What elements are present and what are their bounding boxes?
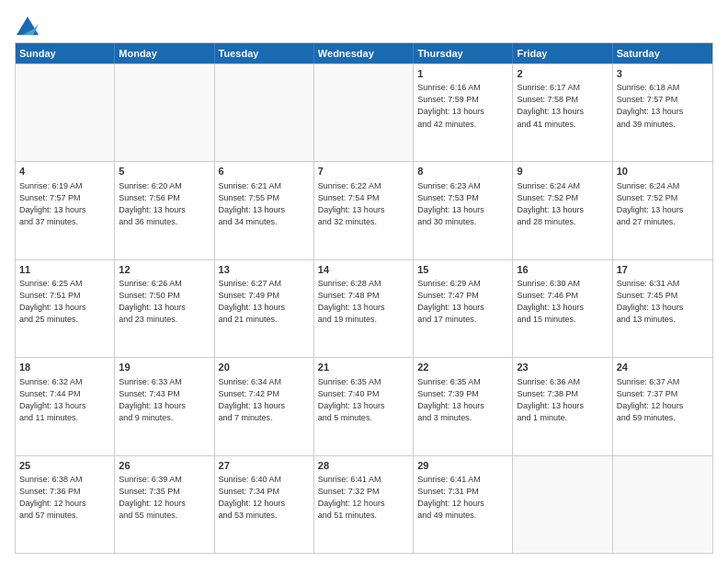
calendar-cell: 16Sunrise: 6:30 AMSunset: 7:46 PMDayligh… [513, 260, 612, 357]
day-info: Sunrise: 6:22 AMSunset: 7:54 PMDaylight:… [318, 180, 409, 228]
calendar-cell [513, 456, 612, 553]
calendar-cell [16, 64, 115, 161]
header [15, 15, 713, 35]
day-info: Sunrise: 6:26 AMSunset: 7:50 PMDaylight:… [119, 278, 210, 326]
day-number: 29 [417, 459, 508, 473]
day-info: Sunrise: 6:35 AMSunset: 7:39 PMDaylight:… [417, 376, 508, 424]
day-info: Sunrise: 6:19 AMSunset: 7:57 PMDaylight:… [19, 180, 110, 228]
day-number: 22 [417, 361, 508, 374]
day-info: Sunrise: 6:25 AMSunset: 7:51 PMDaylight:… [19, 278, 110, 326]
calendar-cell: 25Sunrise: 6:38 AMSunset: 7:36 PMDayligh… [16, 456, 115, 553]
day-number: 3 [617, 67, 709, 81]
calendar-cell: 5Sunrise: 6:20 AMSunset: 7:56 PMDaylight… [115, 162, 214, 259]
day-number: 18 [19, 361, 110, 374]
calendar-row: 1Sunrise: 6:16 AMSunset: 7:59 PMDaylight… [16, 63, 712, 161]
day-number: 16 [517, 263, 608, 277]
calendar-cell: 4Sunrise: 6:19 AMSunset: 7:57 PMDaylight… [16, 162, 115, 259]
calendar-cell [115, 64, 214, 161]
day-info: Sunrise: 6:32 AMSunset: 7:44 PMDaylight:… [19, 376, 110, 424]
day-number: 17 [617, 263, 709, 277]
day-info: Sunrise: 6:33 AMSunset: 7:43 PMDaylight:… [119, 376, 210, 424]
day-info: Sunrise: 6:18 AMSunset: 7:57 PMDaylight:… [617, 82, 709, 130]
calendar-cell: 13Sunrise: 6:27 AMSunset: 7:49 PMDayligh… [215, 260, 314, 357]
calendar-cell [215, 64, 314, 161]
day-info: Sunrise: 6:38 AMSunset: 7:36 PMDaylight:… [19, 474, 110, 522]
day-number: 12 [119, 263, 210, 277]
calendar-cell: 2Sunrise: 6:17 AMSunset: 7:58 PMDaylight… [513, 64, 612, 161]
calendar-cell: 26Sunrise: 6:39 AMSunset: 7:35 PMDayligh… [115, 456, 214, 553]
calendar-header-cell: Tuesday [215, 43, 314, 63]
calendar-cell: 27Sunrise: 6:40 AMSunset: 7:34 PMDayligh… [215, 456, 314, 553]
day-number: 24 [617, 361, 709, 374]
day-number: 27 [219, 459, 310, 473]
calendar-cell: 1Sunrise: 6:16 AMSunset: 7:59 PMDaylight… [414, 64, 513, 161]
calendar-cell [314, 64, 414, 161]
day-number: 11 [19, 263, 110, 277]
day-number: 4 [19, 165, 110, 178]
calendar-cell: 20Sunrise: 6:34 AMSunset: 7:42 PMDayligh… [215, 358, 314, 454]
day-number: 25 [19, 459, 110, 473]
day-number: 8 [417, 165, 508, 178]
calendar-cell: 24Sunrise: 6:37 AMSunset: 7:37 PMDayligh… [613, 358, 712, 454]
calendar-cell: 29Sunrise: 6:41 AMSunset: 7:31 PMDayligh… [414, 456, 513, 553]
day-number: 10 [617, 165, 709, 178]
calendar-cell: 10Sunrise: 6:24 AMSunset: 7:52 PMDayligh… [613, 162, 712, 259]
day-info: Sunrise: 6:34 AMSunset: 7:42 PMDaylight:… [219, 376, 310, 424]
calendar-cell: 7Sunrise: 6:22 AMSunset: 7:54 PMDaylight… [314, 162, 414, 259]
day-info: Sunrise: 6:21 AMSunset: 7:55 PMDaylight:… [219, 180, 310, 228]
calendar-cell: 14Sunrise: 6:28 AMSunset: 7:48 PMDayligh… [314, 260, 414, 357]
day-number: 23 [517, 361, 608, 374]
calendar-cell: 8Sunrise: 6:23 AMSunset: 7:53 PMDaylight… [414, 162, 513, 259]
calendar-row: 25Sunrise: 6:38 AMSunset: 7:36 PMDayligh… [16, 455, 712, 553]
calendar-cell [613, 456, 712, 553]
calendar-cell: 11Sunrise: 6:25 AMSunset: 7:51 PMDayligh… [16, 260, 115, 357]
day-info: Sunrise: 6:28 AMSunset: 7:48 PMDaylight:… [318, 278, 409, 326]
day-info: Sunrise: 6:24 AMSunset: 7:52 PMDaylight:… [517, 180, 608, 228]
calendar-row: 11Sunrise: 6:25 AMSunset: 7:51 PMDayligh… [16, 259, 712, 357]
day-info: Sunrise: 6:37 AMSunset: 7:37 PMDaylight:… [617, 376, 709, 424]
day-number: 26 [119, 459, 210, 473]
day-number: 7 [318, 165, 409, 178]
calendar-cell: 19Sunrise: 6:33 AMSunset: 7:43 PMDayligh… [115, 358, 214, 454]
day-number: 21 [318, 361, 409, 374]
calendar-header-cell: Thursday [414, 43, 513, 63]
calendar-cell: 9Sunrise: 6:24 AMSunset: 7:52 PMDaylight… [513, 162, 612, 259]
day-info: Sunrise: 6:39 AMSunset: 7:35 PMDaylight:… [119, 474, 210, 522]
day-number: 5 [119, 165, 210, 178]
day-info: Sunrise: 6:30 AMSunset: 7:46 PMDaylight:… [517, 278, 608, 326]
logo [15, 18, 39, 35]
day-number: 6 [219, 165, 310, 178]
day-number: 19 [119, 361, 210, 374]
calendar-cell: 21Sunrise: 6:35 AMSunset: 7:40 PMDayligh… [314, 358, 414, 454]
day-info: Sunrise: 6:36 AMSunset: 7:38 PMDaylight:… [517, 376, 608, 424]
day-info: Sunrise: 6:40 AMSunset: 7:34 PMDaylight:… [219, 474, 310, 522]
calendar-cell: 28Sunrise: 6:41 AMSunset: 7:32 PMDayligh… [314, 456, 414, 553]
day-info: Sunrise: 6:23 AMSunset: 7:53 PMDaylight:… [417, 180, 508, 228]
calendar-cell: 3Sunrise: 6:18 AMSunset: 7:57 PMDaylight… [613, 64, 712, 161]
day-number: 28 [318, 459, 409, 473]
calendar-header-cell: Sunday [16, 43, 115, 63]
calendar-header-cell: Friday [513, 43, 612, 63]
calendar-cell: 15Sunrise: 6:29 AMSunset: 7:47 PMDayligh… [414, 260, 513, 357]
calendar-row: 18Sunrise: 6:32 AMSunset: 7:44 PMDayligh… [16, 357, 712, 454]
day-number: 2 [517, 67, 608, 81]
day-number: 13 [219, 263, 310, 277]
calendar-body: 1Sunrise: 6:16 AMSunset: 7:59 PMDaylight… [16, 63, 712, 553]
calendar: SundayMondayTuesdayWednesdayThursdayFrid… [15, 42, 713, 554]
day-info: Sunrise: 6:35 AMSunset: 7:40 PMDaylight:… [318, 376, 409, 424]
day-info: Sunrise: 6:27 AMSunset: 7:49 PMDaylight:… [219, 278, 310, 326]
day-number: 14 [318, 263, 409, 277]
day-number: 1 [417, 67, 508, 81]
calendar-header-cell: Monday [115, 43, 214, 63]
day-number: 20 [219, 361, 310, 374]
calendar-cell: 17Sunrise: 6:31 AMSunset: 7:45 PMDayligh… [613, 260, 712, 357]
day-info: Sunrise: 6:41 AMSunset: 7:31 PMDaylight:… [417, 474, 508, 522]
day-number: 15 [417, 263, 508, 277]
calendar-header-cell: Wednesday [314, 43, 414, 63]
day-info: Sunrise: 6:41 AMSunset: 7:32 PMDaylight:… [318, 474, 409, 522]
calendar-cell: 23Sunrise: 6:36 AMSunset: 7:38 PMDayligh… [513, 358, 612, 454]
calendar-cell: 12Sunrise: 6:26 AMSunset: 7:50 PMDayligh… [115, 260, 214, 357]
calendar-cell: 22Sunrise: 6:35 AMSunset: 7:39 PMDayligh… [414, 358, 513, 454]
day-info: Sunrise: 6:29 AMSunset: 7:47 PMDaylight:… [417, 278, 508, 326]
day-number: 9 [517, 165, 608, 178]
